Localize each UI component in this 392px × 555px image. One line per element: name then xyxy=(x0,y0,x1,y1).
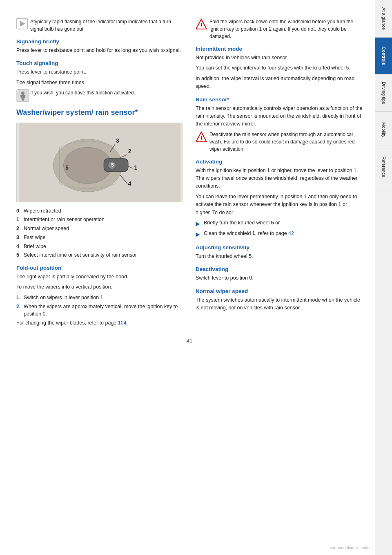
deactivating-text: Switch lever to position 0. xyxy=(196,274,363,282)
svg-text:!: ! xyxy=(200,22,203,29)
fold-out-text2: To move the wipers into a vertical posit… xyxy=(16,283,183,291)
intermittent-text1: Not provided in vehicles with rain senso… xyxy=(196,54,363,62)
fold-out-text3: For changing the wiper blades, refer to … xyxy=(16,319,183,327)
washer-section-heading: Washer/wiper system/ rain sensor* xyxy=(16,108,183,117)
page-42-link[interactable]: 42 xyxy=(288,231,294,236)
list-item-0: 0 Wipers retracted xyxy=(16,207,183,215)
svg-text:3: 3 xyxy=(116,137,119,143)
page-104-link[interactable]: 104 xyxy=(118,320,127,326)
intermittent-text2: You can set the wipe interval to four st… xyxy=(196,64,363,72)
svg-text:!: ! xyxy=(200,135,203,141)
svg-point-3 xyxy=(21,92,24,95)
activating-bullet-2: ▶ Clean the windshield 1, refer to page … xyxy=(196,230,363,239)
rain-sensor-text1: The rain sensor automatically controls w… xyxy=(196,105,363,128)
activating-heading: Activating xyxy=(196,159,363,165)
svg-rect-7 xyxy=(22,98,23,101)
arrow-right-icon: ▶ xyxy=(196,219,202,228)
sidebar-tab-reference[interactable]: Reference xyxy=(375,148,392,185)
page-number: 41 xyxy=(16,338,363,344)
activating-bullet-1-text: Briefly turn the knurled wheel 5 or xyxy=(204,219,280,227)
note-rapid-flash-text: Atypically rapid flashing of the indicat… xyxy=(30,18,183,33)
svg-text:2: 2 xyxy=(128,148,131,154)
normal-wiper-speed-heading: Normal wiper speed xyxy=(196,288,363,294)
normal-wiper-speed-text: The system switches automatically to int… xyxy=(196,296,363,312)
wiper-diagram: 5 3 2 1 4 5 xyxy=(16,123,183,202)
list-item-3: 3 Fast wipe xyxy=(16,234,183,242)
fold-step-2: 2. When the wipers are approximately ver… xyxy=(16,303,183,318)
note-fold-wipers-text: Fold the wipers back down onto the winds… xyxy=(209,18,363,40)
sidebar: At a glance Controls Driving tips Mobili… xyxy=(375,0,392,555)
intermittent-mode-heading: Intermittent mode xyxy=(196,46,363,52)
svg-rect-8 xyxy=(23,98,24,101)
signaling-briefly-heading: Signaling briefly xyxy=(16,38,183,45)
sidebar-tab-mobility[interactable]: Mobility xyxy=(375,112,392,148)
svg-text:5: 5 xyxy=(65,164,69,170)
touch-signaling-text1: Press lever to resistance point. xyxy=(16,68,183,76)
adjusting-sensitivity-heading: Adjusting sensitivity xyxy=(196,244,363,251)
note-fold-wipers: ! Fold the wipers back down onto the win… xyxy=(196,18,363,40)
activating-bullet-1: ▶ Briefly turn the knurled wheel 5 or xyxy=(196,219,363,228)
svg-text:1: 1 xyxy=(134,164,138,170)
sidebar-tab-driving-tips[interactable]: Driving tips xyxy=(375,74,392,112)
sidebar-tab-at-a-glance[interactable]: At a glance xyxy=(375,0,392,38)
intermittent-text3: In addition, the wipe interval is varied… xyxy=(196,75,363,91)
play-icon xyxy=(16,18,28,29)
touch-signaling-text2: The signal flashes three times. xyxy=(16,79,183,87)
signaling-briefly-text: Press lever to resistance point and hold… xyxy=(16,47,183,54)
activating-bullet-2-text: Clean the windshield 1, refer to page 42 xyxy=(204,230,294,237)
bottom-url: carmanualsonline.info xyxy=(330,546,370,550)
rain-sensor-warning: ! Deactivate the rain sensor when passin… xyxy=(196,131,363,153)
warning-triangle-icon-2: ! xyxy=(196,131,207,143)
list-item-4: 4 Brief wipe xyxy=(16,243,183,251)
activating-text2: You can leave the lever permanently in p… xyxy=(196,193,363,217)
fold-step-1: 1. Switch on wipers in lever position 1. xyxy=(16,294,183,302)
sidebar-tab-controls[interactable]: Controls xyxy=(375,38,392,74)
list-item-2: 2 Normal wiper speed xyxy=(16,225,183,233)
note-rapid-flash: Atypically rapid flashing of the indicat… xyxy=(16,18,183,33)
svg-marker-1 xyxy=(20,21,25,27)
arrow-right-icon-2: ▶ xyxy=(196,230,202,239)
adjusting-sensitivity-text: Turn the knurled wheel 5. xyxy=(196,253,363,260)
touch-signaling-note: If you wish, you can have this function … xyxy=(16,89,183,101)
svg-text:4: 4 xyxy=(128,180,131,187)
fold-out-text1: The right wiper is partially concealed b… xyxy=(16,273,183,281)
warning-triangle-icon: ! xyxy=(196,18,207,30)
list-item-1: 1 Intermittent or rain sensor operation xyxy=(16,216,183,224)
person-icon xyxy=(16,89,28,101)
deactivating-heading: Deactivating xyxy=(196,266,363,272)
touch-signaling-note-text: If you wish, you can have this function … xyxy=(30,89,135,96)
list-item-5: 5 Select interval time or set sensitivit… xyxy=(16,251,183,259)
activating-text1: With the ignition key in position 1 or h… xyxy=(196,167,363,190)
svg-text:5: 5 xyxy=(111,162,114,168)
rain-sensor-warning-text: Deactivate the rain sensor when passing … xyxy=(209,131,363,153)
touch-signaling-heading: Touch signaling xyxy=(16,60,183,66)
wiper-diagram-svg: 5 3 2 1 4 5 xyxy=(17,123,183,202)
rain-sensor-heading: Rain sensor* xyxy=(196,96,363,103)
fold-out-heading: Fold-out position xyxy=(16,265,183,271)
